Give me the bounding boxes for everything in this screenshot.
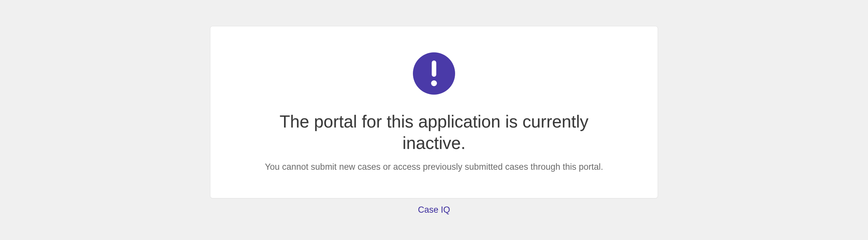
exclamation-mark-icon xyxy=(430,60,438,86)
exclamation-circle-icon xyxy=(413,52,455,95)
svg-point-1 xyxy=(431,80,437,86)
portal-inactive-subtext: You cannot submit new cases or access pr… xyxy=(265,162,603,172)
case-iq-link[interactable]: Case IQ xyxy=(418,205,450,215)
portal-inactive-heading: The portal for this application is curre… xyxy=(255,111,613,154)
svg-rect-0 xyxy=(432,60,436,77)
inactive-portal-card: The portal for this application is curre… xyxy=(210,26,658,198)
